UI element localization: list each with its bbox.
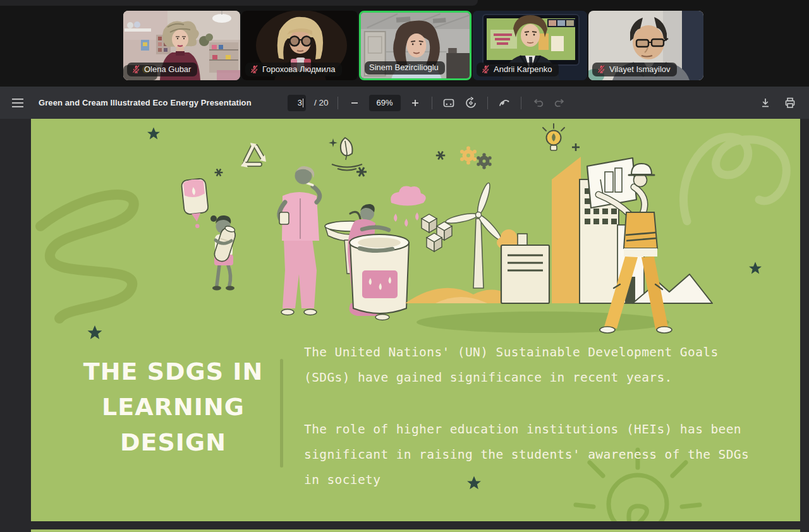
mic-muted-icon (481, 64, 490, 74)
video-tile-vilayet-ismayilov[interactable]: Vilayet Ismayilov (588, 11, 703, 80)
page-number-value: 3 (298, 98, 302, 107)
sparkle-decoration (329, 138, 338, 147)
video-tile-gorohova-lyudmila[interactable]: Горохова Людмила (241, 11, 358, 80)
page-count: / 20 (314, 98, 329, 107)
slide-body-text: The United Nations' (UN) Sustainable Dev… (304, 340, 772, 493)
kneeling-person-with-jar (348, 204, 409, 320)
rotate-icon[interactable] (463, 95, 478, 111)
child-figure (210, 215, 238, 290)
participant-label: Vilayet Ismayilov (592, 63, 677, 76)
slide-title-line: THE SDGS IN (69, 354, 277, 389)
video-tile-olena-gubar[interactable]: Olena Gubar (123, 11, 240, 80)
lightbulb-icon (543, 124, 564, 150)
ground-shadow (417, 311, 669, 333)
zoom-out-icon[interactable] (347, 95, 362, 111)
star-decoration (147, 128, 160, 140)
undo-icon[interactable] (530, 95, 545, 111)
body-line: in society (304, 468, 772, 493)
participant-name: Vilayet Ismayilov (609, 65, 671, 74)
toolbar-divider (432, 97, 432, 109)
asterisk-decoration (356, 167, 367, 176)
participant-name: Olena Gubar (144, 65, 191, 74)
adult-brushing-figure (279, 166, 320, 315)
slide-divider (280, 359, 283, 468)
background-window-edge (0, 0, 478, 6)
download-icon[interactable] (758, 95, 773, 111)
slide-title-line: DESIGN (69, 425, 277, 460)
redo-icon[interactable] (552, 95, 568, 111)
zoom-level[interactable]: 69% (369, 95, 401, 111)
participant-name: Andrii Karpenko (494, 65, 552, 74)
mic-muted-icon (597, 64, 606, 74)
toothpaste-tube (181, 178, 210, 229)
asterisk-decoration (215, 169, 223, 176)
gears-icon (460, 147, 492, 169)
toolbar-divider (487, 97, 488, 109)
mic-muted-icon (131, 64, 141, 74)
toolbar-divider (521, 97, 521, 109)
participant-label: Горохова Людмила (245, 63, 342, 76)
asterisk-decoration (436, 152, 445, 160)
slide-page-4-edge (31, 529, 800, 532)
fit-page-icon[interactable] (441, 95, 456, 111)
video-tile-andrii-karpenko[interactable]: Andrii Karpenko (473, 11, 587, 80)
body-line: The United Nations' (UN) Sustainable Dev… (304, 340, 772, 365)
pdf-canvas[interactable]: THE SDGS IN LEARNING DESIGN The United N… (0, 119, 809, 532)
body-line: The role of higher education institution… (304, 417, 772, 442)
menu-icon[interactable] (10, 95, 25, 111)
participant-label: Sinem Bezircilioglu (365, 61, 445, 75)
zoom-in-icon[interactable] (408, 95, 423, 111)
page-number-input[interactable]: 3 (288, 95, 306, 111)
paragraph-gap (304, 390, 772, 417)
zoom-level-value: 69% (377, 98, 393, 107)
video-conference-strip: Olena Gubar (0, 0, 809, 87)
mic-muted-icon (250, 64, 259, 74)
text-caret (303, 99, 303, 107)
loop-doodle (683, 137, 786, 221)
pdf-toolbar: Green and Cream Illustrated Eco Energy P… (0, 87, 809, 119)
star-decoration (88, 325, 102, 339)
participant-name: Sinem Bezircilioglu (369, 63, 439, 72)
slide-title: THE SDGS IN LEARNING DESIGN (69, 354, 277, 460)
body-line: (SDGs) have gained significance in recen… (304, 365, 772, 390)
annotate-pen-icon[interactable] (497, 95, 512, 111)
plus-sparkle (572, 143, 580, 151)
participant-label: Olena Gubar (127, 63, 197, 76)
slide-title-line: LEARNING (69, 389, 277, 425)
participant-label: Andrii Karpenko (477, 63, 559, 76)
wind-turbine (445, 182, 504, 288)
recycle-icon (241, 143, 266, 167)
rain-cloud-icon (391, 186, 425, 227)
slide-page-3: THE SDGS IN LEARNING DESIGN The United N… (31, 119, 800, 521)
scribble-doodle (40, 195, 134, 318)
toolbar-divider (338, 97, 338, 109)
document-title: Green and Cream Illustrated Eco Energy P… (39, 98, 252, 107)
body-line: significant in raising the students' awa… (304, 442, 772, 468)
yellow-building (552, 157, 581, 303)
star-decoration (749, 262, 762, 274)
participant-name: Горохова Людмила (262, 65, 336, 74)
print-icon[interactable] (782, 95, 798, 111)
video-tile-sinem-bezircilioglu[interactable]: Sinem Bezircilioglu (359, 11, 471, 80)
app-window: Olena Gubar (0, 0, 809, 532)
mountain-outline (633, 274, 712, 303)
